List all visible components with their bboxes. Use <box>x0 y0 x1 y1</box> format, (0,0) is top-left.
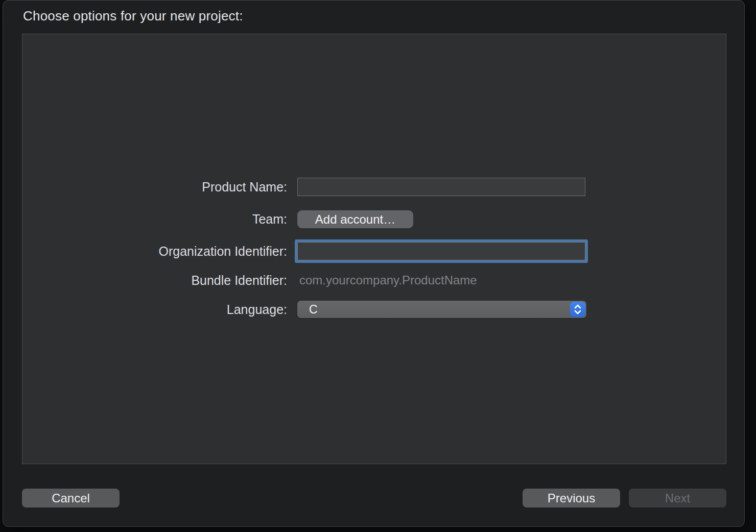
language-selected-value: C <box>309 303 318 317</box>
team-label: Team: <box>22 212 287 227</box>
product-name-row: Product Name: <box>22 178 726 196</box>
team-row: Team: Add account… <box>22 210 726 228</box>
next-button[interactable]: Next <box>629 489 726 507</box>
language-row: Language: C <box>22 301 726 318</box>
bundle-identifier-value: com.yourcompany.ProductName <box>299 273 477 287</box>
new-project-options-sheet: Choose options for your new project: Pro… <box>3 0 745 527</box>
sheet-title: Choose options for your new project: <box>23 8 243 24</box>
cancel-button[interactable]: Cancel <box>22 489 120 507</box>
language-popup-button[interactable]: C <box>297 301 586 318</box>
language-label: Language: <box>22 302 287 317</box>
product-name-label: Product Name: <box>22 180 287 195</box>
bundle-identifier-row: Bundle Identifier: com.yourcompany.Produ… <box>22 273 726 288</box>
bundle-identifier-label: Bundle Identifier: <box>22 273 287 288</box>
previous-button[interactable]: Previous <box>523 489 620 507</box>
organization-identifier-label: Organization Identifier: <box>22 244 287 259</box>
organization-identifier-row: Organization Identifier: <box>22 242 726 260</box>
add-account-button[interactable]: Add account… <box>297 210 413 228</box>
organization-identifier-input[interactable] <box>297 242 585 260</box>
product-name-input[interactable] <box>297 178 585 196</box>
options-panel: Product Name: Team: Add account… Organiz… <box>22 34 726 464</box>
up-down-chevrons-icon <box>570 302 585 317</box>
